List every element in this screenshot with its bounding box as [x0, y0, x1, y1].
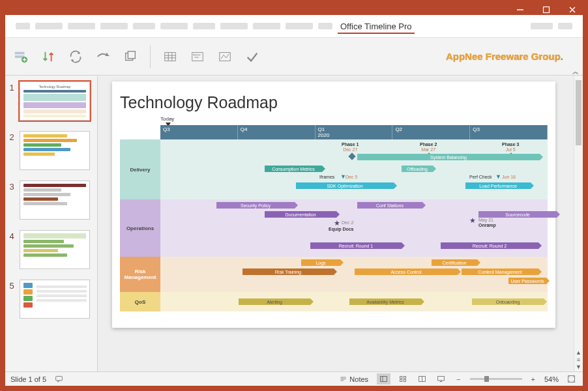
- svg-rect-33: [438, 376, 445, 381]
- sort-icon[interactable]: [40, 49, 56, 65]
- notes-button[interactable]: Notes: [337, 375, 370, 383]
- comments-icon[interactable]: [53, 375, 65, 383]
- thumb-number: 3: [8, 181, 16, 192]
- tab-office-timeline-pro[interactable]: Office Timeline Pro: [338, 20, 415, 34]
- timescale-cell: Q4: [238, 125, 316, 139]
- sorter-view-icon[interactable]: [397, 375, 409, 383]
- thumb-number: 5: [8, 280, 16, 291]
- reading-view-icon[interactable]: [416, 375, 428, 383]
- tab-placeholder[interactable]: [133, 23, 155, 29]
- slide-counter: Slide 1 of 5: [10, 375, 46, 383]
- thumbnail-1[interactable]: 1 Technology Roadmap: [8, 81, 95, 121]
- today-label: Today: [160, 116, 174, 122]
- task-bar: Security Policy: [216, 202, 295, 209]
- swimlane-label: QoS: [120, 292, 160, 311]
- collapse-ribbon-icon[interactable]: ︽: [572, 67, 579, 76]
- zoom-out-button[interactable]: −: [454, 375, 463, 383]
- task-bar: Onboarding: [472, 298, 544, 305]
- thumb-number: 1: [8, 81, 16, 93]
- slide-title: Technology Roadmap: [120, 93, 548, 112]
- slide-thumbnails-panel[interactable]: 1 Technology Roadmap 2: [5, 76, 98, 371]
- task-bar: Logs: [301, 259, 340, 266]
- svg-rect-11: [165, 52, 176, 61]
- timescale-cell: Q1 2020: [316, 125, 393, 139]
- task-bar: User Passwords: [508, 278, 546, 284]
- task-bar: Recruit: Round 2: [441, 242, 538, 249]
- tab-placeholder[interactable]: [286, 23, 313, 29]
- task-bar: Alerting: [239, 298, 310, 305]
- timescale-cell: Q3: [160, 125, 238, 139]
- tab-placeholder[interactable]: [16, 23, 30, 29]
- timescale-cell: Q2: [392, 125, 470, 139]
- thumbnail-3[interactable]: 3: [8, 181, 95, 220]
- svg-rect-30: [404, 379, 405, 381]
- app-frame: Office Timeline Pro AppNee Freeware Grou…: [5, 14, 583, 386]
- svg-rect-10: [128, 51, 135, 58]
- milestone-panel-icon[interactable]: [190, 49, 205, 65]
- thumbnail-2[interactable]: 2: [8, 131, 95, 170]
- brand-watermark: AppNee Freeware Group.: [446, 51, 575, 63]
- star-icon: ★: [469, 216, 476, 225]
- slide-canvas[interactable]: Technology Roadmap Today Q3 Q4 Q1 2020 Q…: [112, 81, 555, 328]
- slide-editor[interactable]: Technology Roadmap Today Q3 Q4 Q1 2020 Q…: [98, 76, 583, 371]
- thumbnail-5[interactable]: 5: [8, 280, 95, 319]
- zoom-slider[interactable]: [470, 378, 522, 380]
- tab-placeholder[interactable]: [220, 23, 248, 29]
- task-bar: Documentation: [265, 211, 336, 218]
- swimlane-label: Delivery: [120, 139, 160, 199]
- task-bar: Access Control: [355, 268, 458, 275]
- diamond-icon: [348, 152, 355, 160]
- accept-icon[interactable]: [244, 49, 260, 65]
- svg-rect-25: [381, 376, 387, 381]
- swimlane-delivery: Delivery Phase 1Dec 27 Phase 2Mar 27 Pha…: [120, 139, 548, 199]
- scroll-nav-icons[interactable]: ▲≡▼: [574, 349, 583, 370]
- svg-rect-16: [192, 52, 203, 61]
- swimlane-label: Risk Management: [120, 257, 160, 292]
- ribbon-tabs: Office Timeline Pro: [5, 15, 583, 38]
- thumb-number: 2: [8, 131, 16, 142]
- timescale-cell: Q3: [470, 125, 548, 139]
- zoom-percent[interactable]: 54%: [544, 375, 559, 383]
- ribbon-toolbar: AppNee Freeware Group.: [5, 38, 583, 76]
- swimlane-risk: Risk Management Logs Certification Risk …: [120, 257, 548, 292]
- task-bar: System Balancing: [357, 154, 540, 160]
- workspace: 1 Technology Roadmap 2: [5, 76, 583, 371]
- slideshow-icon[interactable]: [435, 375, 447, 383]
- table-icon[interactable]: [162, 49, 178, 65]
- task-bar: Content Management: [462, 268, 538, 275]
- copy-slide-icon[interactable]: [123, 49, 138, 65]
- fit-window-icon[interactable]: [565, 375, 578, 383]
- thumbnail-4[interactable]: 4: [8, 230, 95, 269]
- svg-rect-4: [15, 51, 25, 54]
- roadmap-chart: Today Q3 Q4 Q1 2020 Q2 Q3 Delivery: [120, 116, 548, 318]
- share-icon[interactable]: [95, 49, 111, 65]
- svg-rect-28: [404, 376, 405, 378]
- timescale: Q3 Q4 Q1 2020 Q2 Q3: [160, 125, 548, 139]
- task-bar: Offloading: [402, 166, 433, 172]
- style-icon[interactable]: [217, 49, 233, 65]
- tab-placeholder[interactable]: [558, 23, 572, 29]
- task-bar: Conf Stations: [357, 202, 422, 209]
- normal-view-icon[interactable]: [377, 373, 390, 384]
- tab-placeholder[interactable]: [35, 23, 63, 29]
- tab-placeholder[interactable]: [318, 23, 332, 29]
- scrollbar-thumb[interactable]: [576, 80, 581, 145]
- tab-placeholder[interactable]: [253, 23, 280, 29]
- tab-placeholder[interactable]: [193, 23, 215, 29]
- tab-placeholder[interactable]: [531, 23, 553, 29]
- task-bar: Certification: [432, 259, 477, 266]
- arrow-down-icon: ▼: [495, 173, 501, 180]
- svg-rect-1: [544, 7, 550, 13]
- thumb-number: 4: [8, 230, 16, 241]
- new-timeline-icon[interactable]: [13, 49, 29, 65]
- tab-placeholder[interactable]: [160, 23, 188, 29]
- tab-placeholder[interactable]: [100, 23, 128, 29]
- vertical-scrollbar[interactable]: ▲≡▼: [574, 76, 583, 371]
- zoom-in-button[interactable]: +: [529, 375, 538, 383]
- task-bar: Availability Metrics: [349, 298, 421, 305]
- sync-icon[interactable]: [68, 49, 83, 65]
- tab-placeholder[interactable]: [68, 23, 95, 29]
- task-bar: Recruit: Round 1: [310, 242, 402, 249]
- swimlane-qos: QoS Alerting Availability Metrics Onboar…: [120, 292, 548, 311]
- task-bar: SDK Optimization: [296, 182, 394, 189]
